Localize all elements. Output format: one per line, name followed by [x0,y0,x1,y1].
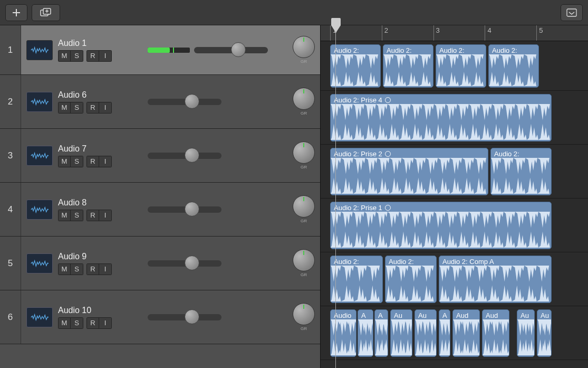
volume-fader[interactable] [148,153,221,159]
waveform-icon[interactable] [26,200,53,220]
track-header[interactable]: 6Audio 10MSRIGR [0,290,320,344]
track-name[interactable]: Audio 10 [58,306,142,315]
add-track-button[interactable] [5,4,27,21]
mute-button[interactable]: M [58,317,71,329]
pan-knob[interactable] [293,141,315,164]
waveform-icon[interactable] [26,146,53,166]
record-enable-button[interactable]: R [86,102,99,114]
playhead-icon[interactable] [331,25,341,33]
volume-fader[interactable] [148,206,221,213]
duplicate-track-button[interactable] [32,4,60,21]
audio-region[interactable]: A [374,309,388,357]
solo-button[interactable]: S [71,263,83,275]
pan-knob[interactable] [293,195,315,218]
audio-region[interactable]: Audio 2: [488,44,539,88]
track-number[interactable]: 5 [0,237,21,290]
pan-knob[interactable] [293,36,315,58]
audio-region[interactable]: Audio 2: [330,44,381,88]
track-number[interactable]: 6 [0,290,21,344]
input-monitor-button[interactable]: I [99,317,112,329]
solo-button[interactable]: S [71,317,83,329]
audio-region[interactable]: Au [415,309,437,357]
track-header[interactable]: 3Audio 7MSRIGR [0,129,320,183]
input-monitor-button[interactable]: I [99,102,112,114]
audio-region[interactable]: Audio 2: [436,44,486,88]
audio-region[interactable]: Audio 2: [385,256,437,303]
waveform-icon[interactable] [26,253,53,273]
mute-button[interactable]: M [58,102,71,114]
fader-thumb[interactable] [231,42,246,57]
track-header[interactable]: 1Audio 1MSRIGR [0,25,320,75]
audio-region[interactable]: Audio 2: [330,256,383,303]
mute-button[interactable]: M [58,210,71,221]
track-number[interactable]: 1 [0,25,21,74]
record-enable-button[interactable]: R [86,50,99,62]
audio-region[interactable]: Au [537,309,552,357]
region-waveform [331,54,380,86]
volume-fader[interactable] [148,99,221,105]
track-lane[interactable]: Audio 2:Audio 2:Audio 2: Comp A [321,252,588,306]
waveform-icon[interactable] [26,92,53,112]
track-number[interactable]: 4 [0,183,21,236]
timeline-ruler[interactable]: 12345 [321,25,588,41]
audio-region[interactable]: Au [390,309,412,357]
audio-region[interactable]: Audio 2: Prise 2 [330,148,488,195]
audio-region[interactable]: Audio 2: Prise 1 [330,202,552,249]
solo-button[interactable]: S [71,210,83,221]
solo-button[interactable]: S [71,102,83,114]
waveform-icon[interactable] [26,307,53,327]
pan-knob[interactable] [293,303,315,325]
input-monitor-button[interactable]: I [99,210,112,221]
audio-region[interactable]: A [358,309,373,357]
arrange-area[interactable]: 12345 Audio 2:Audio 2:Audio 2:Audio 2:Au… [321,25,588,368]
fader-thumb[interactable] [185,256,199,270]
record-enable-button[interactable]: R [86,317,99,329]
mute-button[interactable]: M [58,156,71,167]
fader-thumb[interactable] [185,94,199,109]
audio-region[interactable]: Audio 2: [383,44,433,88]
audio-region[interactable]: Audio 2: [490,148,552,195]
record-enable-button[interactable]: R [86,210,99,221]
input-monitor-button[interactable]: I [99,50,112,62]
mute-button[interactable]: M [58,50,71,62]
track-header[interactable]: 5Audio 9MSRIGR [0,237,320,290]
input-monitor-button[interactable]: I [99,156,112,167]
track-lane[interactable]: Audio 2: Prise 4 [321,91,588,145]
volume-fader[interactable] [194,47,268,53]
track-header-menu-button[interactable] [561,4,583,21]
track-lane[interactable]: Audio 2: Prise 1 [321,199,588,252]
track-lane[interactable]: AudioAAAuAuAAudAudAuAu [321,306,588,360]
track-lane[interactable]: Audio 2:Audio 2:Audio 2:Audio 2: [321,41,588,91]
track-name[interactable]: Audio 1 [58,39,142,48]
solo-button[interactable]: S [71,156,83,167]
audio-region[interactable]: Audio [330,309,356,357]
volume-fader[interactable] [148,260,221,267]
audio-region[interactable]: Aud [452,309,480,357]
track-number[interactable]: 2 [0,75,21,128]
track-header[interactable]: 2Audio 6MSRIGR [0,75,320,129]
audio-region[interactable]: Audio 2: Prise 4 [330,94,552,141]
track-name[interactable]: Audio 7 [58,144,142,154]
pan-knob[interactable] [293,249,315,271]
volume-fader[interactable] [148,314,221,320]
track-name[interactable]: Audio 9 [58,252,142,261]
track-name[interactable]: Audio 6 [58,90,142,100]
audio-region[interactable]: Aud [482,309,509,357]
input-monitor-button[interactable]: I [99,263,112,275]
audio-region[interactable]: A [439,309,450,357]
track-lane[interactable]: Audio 2: Prise 2Audio 2: [321,145,588,199]
track-name[interactable]: Audio 8 [58,198,142,207]
audio-region[interactable]: Au [517,309,535,357]
mute-button[interactable]: M [58,263,71,275]
solo-button[interactable]: S [71,50,83,62]
audio-region[interactable]: Audio 2: Comp A [439,256,552,303]
track-header[interactable]: 4Audio 8MSRIGR [0,183,320,237]
fader-thumb[interactable] [185,202,199,216]
track-number[interactable]: 3 [0,129,21,182]
record-enable-button[interactable]: R [86,263,99,275]
waveform-icon[interactable] [26,40,53,60]
pan-knob[interactable] [293,88,315,110]
fader-thumb[interactable] [185,309,199,324]
fader-thumb[interactable] [185,148,199,163]
record-enable-button[interactable]: R [86,156,99,167]
